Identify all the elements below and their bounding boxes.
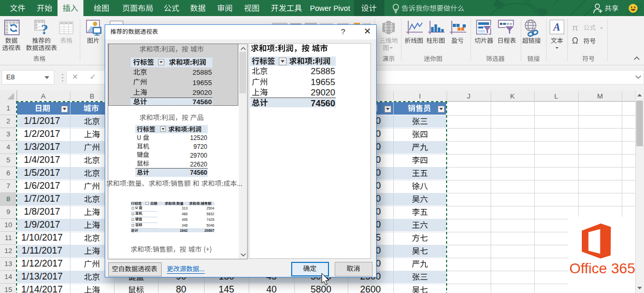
svg-text:?: ? xyxy=(41,21,48,35)
svg-text:A: A xyxy=(552,21,560,33)
